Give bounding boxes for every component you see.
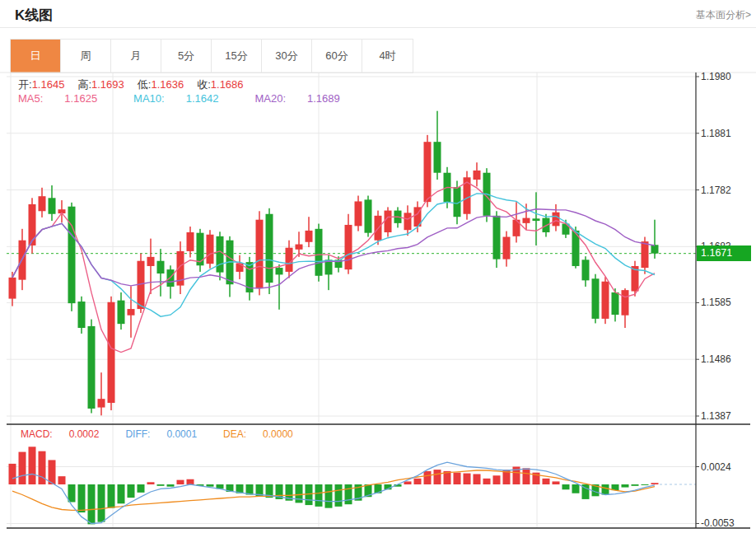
ma-infobar: MA5:1.1625MA10:1.1642MA20:1.1689 [18, 92, 376, 105]
ma-value: 1.1642 [186, 92, 219, 105]
macd-value: 0.0002 [69, 428, 100, 440]
price-axis-tick-label: 1.1782 [701, 185, 731, 196]
kline-page: K线图 基本面分析> 日周月5分15分30分60分4时 开:1.1645高:1.… [0, 0, 756, 533]
ma-value: 1.1625 [64, 92, 97, 105]
ma-label: MA10: [133, 92, 165, 105]
ohlc-value: 1.1636 [151, 78, 184, 91]
ohlc-value: 1.1645 [32, 78, 65, 91]
macd-item: DIFF:0.0001 [125, 428, 210, 440]
ma-label: MA20: [254, 92, 286, 105]
macd-label: DEA: [223, 428, 246, 440]
macd-value: 0.0000 [263, 428, 293, 440]
macd-value: 0.0001 [166, 428, 197, 440]
macd-item: MACD:0.0002 [21, 428, 112, 440]
ma-item: MA10:1.1642 [133, 92, 236, 105]
ohlc-label: 高: [77, 78, 91, 91]
price-axis-tick-label: 1.1585 [701, 297, 731, 308]
macd-label: DIFF: [125, 428, 150, 440]
price-axis-tick-label: 1.1387 [701, 410, 731, 422]
ma-item: MA5:1.1625 [18, 92, 115, 105]
price-axis-tick-label: 1.1486 [701, 353, 731, 365]
macd-item: DEA:0.0000 [223, 428, 306, 440]
price-axis-tick-label: 1.1881 [701, 128, 731, 139]
price-axis-tick-label: 1.1980 [701, 71, 731, 82]
ohlc-label: 收: [197, 78, 211, 91]
ohlc-label: 低: [138, 78, 152, 91]
ohlc-label: 开: [18, 78, 32, 91]
ohlc-infobar: 开:1.1645高:1.1693低:1.1636收:1.1686 [18, 77, 257, 92]
ohlc-value: 1.1686 [211, 78, 244, 91]
ohlc-value: 1.1693 [91, 78, 124, 91]
ma-value: 1.1689 [307, 92, 340, 105]
current-price-badge: 1.1671 [697, 245, 751, 261]
ma-label: MA5: [18, 92, 43, 105]
ma-item: MA20:1.1689 [254, 92, 357, 105]
macd-infobar: MACD:0.0002DIFF:0.0001DEA:0.0000 [21, 428, 320, 440]
macd-axis-tick-label: 0.0024 [701, 461, 731, 473]
macd-label: MACD: [21, 428, 53, 440]
macd-axis-tick-label: -0.0053 [701, 517, 735, 529]
